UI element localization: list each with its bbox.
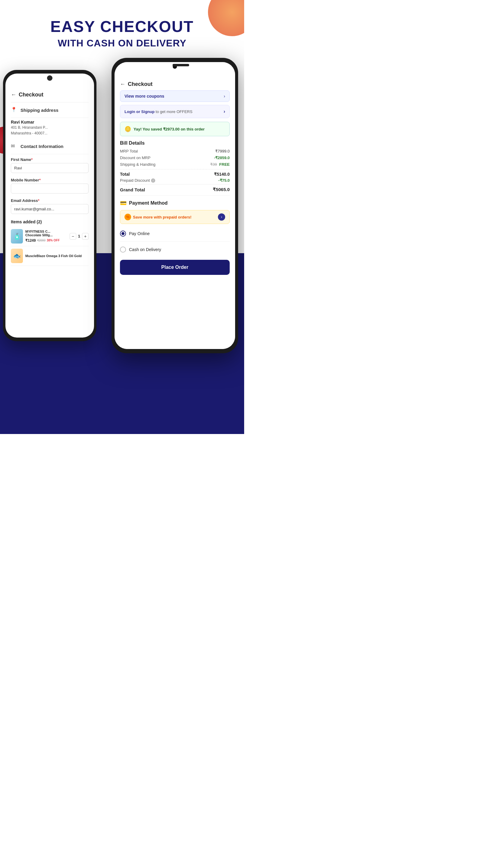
login-banner-text: Login or Signup to get more OFFERS [124, 109, 192, 114]
product-image-2: 🐟 [11, 249, 23, 263]
bill-divider-1 [120, 169, 230, 169]
info-icon[interactable]: i [151, 179, 155, 183]
bg-screen-content: ← Checkout 📍 Shipping address Ravi Kumar… [5, 73, 94, 338]
product-variant-1: Chocolate 500g... [25, 233, 70, 237]
product-price-1: ₹1249 [25, 239, 36, 243]
header-section: EASY CHECKOUT WITH CASH ON DELIVERY [0, 0, 244, 58]
payment-header: 💳 Payment Method [120, 200, 230, 207]
login-text-bold: Login or Signup [124, 110, 155, 114]
phones-container: ← Checkout 📍 Shipping address Ravi Kumar… [0, 58, 244, 374]
contact-label: Contact Information [21, 144, 64, 149]
grand-total-row: Grand Total ₹5065.0 [120, 184, 230, 192]
mail-icon: ✉ [11, 143, 18, 150]
header-title: EASY CHECKOUT [6, 18, 238, 35]
shipping-mrp: ₹39 [210, 162, 217, 167]
customer-address: 401 B, Hiranandani P... [11, 125, 89, 130]
qty-num-1: 1 [78, 234, 80, 239]
product-discount-1: 38% OFF [47, 239, 60, 242]
product-row-1: 🧴 MYFITNESS C... Chocolate 500g... ₹1249… [11, 227, 89, 246]
coupon-chevron-icon: › [224, 94, 225, 98]
bill-details-section: Bill Details MRP Total ₹7999.0 Discount … [120, 141, 230, 192]
mobile-input[interactable] [11, 184, 89, 193]
login-chevron-icon: › [224, 109, 225, 114]
location-icon: 📍 [11, 107, 18, 113]
customer-state: Maharashtra - 40007... [11, 131, 89, 136]
shipping-row: Shipping & Handling ₹39 FREE [120, 162, 230, 167]
cod-label: Cash on Delivery [129, 247, 161, 252]
pay-online-option[interactable]: Pay Online [120, 227, 230, 240]
email-input[interactable] [11, 204, 89, 214]
mrp-total-row: MRP Total ₹7999.0 [120, 149, 230, 153]
first-name-label: First Name* [11, 157, 89, 162]
login-text-normal: to get more OFFERS [155, 110, 193, 114]
prepaid-value: -₹75.0 [218, 178, 230, 183]
items-header: Items added (2) [11, 219, 89, 224]
bill-title: Bill Details [120, 141, 230, 146]
mobile-label: Mobile Number* [11, 178, 89, 182]
product-row-2: 🐟 MuscleBlaze Omega 3 Fish Oil Gold [11, 246, 89, 266]
shipping-label: Shipping & Handling [120, 162, 155, 167]
camera-notch-bg [47, 75, 53, 81]
fg-screen-header: ← Checkout [120, 79, 230, 90]
login-banner[interactable]: Login or Signup to get more OFFERS › [120, 105, 230, 118]
back-arrow-icon-bg[interactable]: ← [11, 92, 16, 98]
payment-icon: 💳 [120, 200, 127, 207]
product-info-1: MYFITNESS C... Chocolate 500g... ₹1249 ₹… [25, 230, 70, 243]
product-mrp-1: ₹2000 [37, 239, 45, 242]
shipping-free-tag: FREE [219, 162, 230, 167]
prepaid-row: Prepaid Discount i -₹75.0 [120, 178, 230, 183]
first-name-input[interactable] [11, 163, 89, 173]
qty-control-1: − 1 + [70, 233, 89, 240]
cod-option[interactable]: Cash on Delivery [120, 244, 230, 255]
product-name-2: MuscleBlaze Omega 3 Fish Oil Gold [25, 254, 89, 258]
qty-plus-1[interactable]: + [82, 233, 89, 240]
place-order-button[interactable]: Place Order [120, 260, 230, 275]
fg-screen-title: Checkout [128, 81, 153, 87]
cod-radio[interactable] [120, 247, 126, 253]
phone-foreground: ← Checkout View more coupons › Login or … [112, 58, 238, 353]
product-image-1: 🧴 [11, 229, 23, 244]
header-subtitle: WITH CASH ON DELIVERY [6, 38, 238, 49]
promo-percent-icon: % [124, 214, 131, 220]
payment-section: 💳 Payment Method % Save more with prepai… [120, 200, 230, 275]
bg-screen-title: Checkout [19, 92, 43, 98]
view-coupons-text: View more coupons [124, 94, 164, 98]
prepaid-label: Prepaid Discount i [120, 178, 155, 183]
shipping-label: Shipping address [21, 107, 59, 113]
contact-section: ✉ Contact Information [11, 139, 89, 154]
product-info-2: MuscleBlaze Omega 3 Fish Oil Gold [25, 254, 89, 258]
grand-total-value: ₹5065.0 [213, 187, 230, 192]
savings-emoji: 🪙 [124, 126, 131, 132]
payment-title: Payment Method [129, 200, 167, 206]
qty-minus-1[interactable]: − [70, 233, 76, 240]
coupon-bar[interactable]: View more coupons › [120, 90, 230, 102]
grand-total-label: Grand Total [120, 187, 145, 192]
total-row: Total ₹5140.0 [120, 172, 230, 177]
prepaid-promo-banner[interactable]: % Save more with prepaid orders! › [120, 210, 230, 224]
product-name-1: MYFITNESS C... [25, 230, 70, 233]
payment-separator [120, 241, 230, 242]
shipping-section: 📍 Shipping address [11, 102, 89, 118]
pay-online-radio-inner [121, 232, 124, 235]
pay-online-label: Pay Online [129, 231, 150, 236]
prepaid-promo-text: % Save more with prepaid orders! [124, 214, 191, 220]
mrp-total-value: ₹7999.0 [215, 149, 230, 153]
mrp-total-label: MRP Total [120, 149, 138, 153]
total-label: Total [120, 172, 130, 177]
savings-text: Yay! You saved ₹2973.00 on this order [133, 127, 205, 131]
shipping-value: ₹39 FREE [210, 162, 230, 167]
discount-row: Discount on MRP -₹2859.0 [120, 156, 230, 160]
fg-screen-content: ← Checkout View more coupons › Login or … [115, 62, 235, 349]
pay-online-radio[interactable] [120, 230, 126, 237]
bg-screen-header: ← Checkout [11, 89, 89, 102]
speaker-fg [173, 64, 189, 66]
phone-fg-screen: ← Checkout View more coupons › Login or … [115, 62, 235, 349]
phone-background: ← Checkout 📍 Shipping address Ravi Kumar… [3, 70, 96, 341]
phone-bg-screen: ← Checkout 📍 Shipping address Ravi Kumar… [5, 73, 94, 338]
discount-value: -₹2859.0 [214, 156, 230, 160]
back-arrow-icon-fg[interactable]: ← [120, 81, 125, 87]
savings-banner: 🪙 Yay! You saved ₹2973.00 on this order [120, 122, 230, 136]
total-value: ₹5140.0 [214, 172, 230, 177]
email-label: Email Address* [11, 198, 89, 203]
discount-label: Discount on MRP [120, 156, 150, 160]
